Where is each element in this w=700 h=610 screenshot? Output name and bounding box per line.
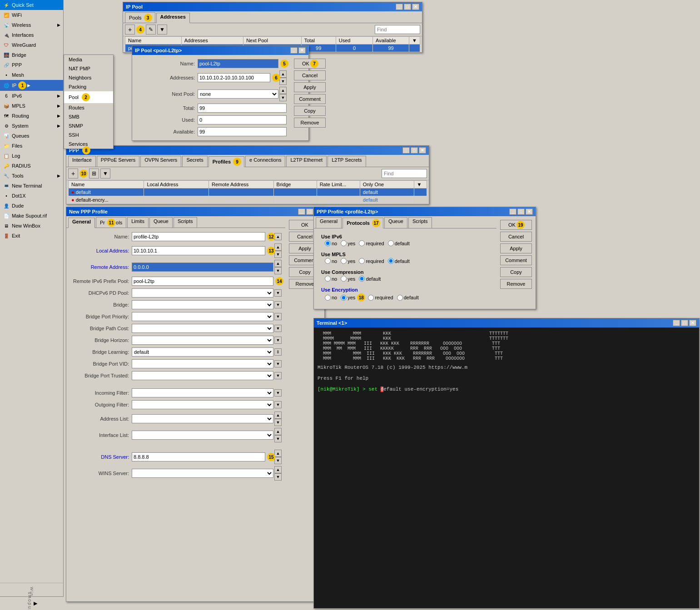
- ppp-profile-tab-general[interactable]: General: [316, 217, 342, 228]
- mpls-no-radio[interactable]: no: [325, 258, 337, 264]
- sidebar-item-quickset[interactable]: ⚡ Quick Set: [0, 0, 63, 10]
- ppp-table-row-default-encry[interactable]: ● default-encry... default: [69, 196, 427, 204]
- name-scroll[interactable]: ▲: [274, 233, 282, 240]
- wins-down[interactable]: ▼: [274, 473, 282, 481]
- sidebar-item-queues[interactable]: 📊 Queues: [0, 131, 63, 141]
- apply-button[interactable]: Apply: [294, 82, 326, 92]
- sidebar-item-makesupout[interactable]: 📄 Make Supout.rif: [0, 211, 63, 221]
- ppp-profile-minimize[interactable]: _: [509, 208, 516, 215]
- iflist-up[interactable]: ▲: [274, 428, 282, 435]
- sidebar-item-mpls[interactable]: 📦 MPLS ▶: [0, 101, 63, 111]
- sidebar-item-system[interactable]: ⚙ System ▶: [0, 121, 63, 131]
- ppp-table-row-default[interactable]: ● default default: [69, 188, 427, 196]
- nextpool-up[interactable]: ▲: [279, 87, 287, 94]
- addr-down[interactable]: ▼: [279, 78, 287, 85]
- ppp-profile-close[interactable]: ✕: [526, 208, 533, 215]
- sidebar-item-interfaces[interactable]: 🔌 Interfaces: [0, 30, 63, 40]
- addr-up[interactable]: ▲: [279, 70, 287, 78]
- ip-pool-close[interactable]: ✕: [412, 4, 419, 10]
- tab-profiles[interactable]: Profiles 9: [209, 156, 244, 167]
- bpp-select[interactable]: [132, 312, 273, 321]
- submenu-snmp[interactable]: SNMP: [64, 121, 113, 130]
- edit-btn[interactable]: ✎: [146, 25, 156, 35]
- ppp-minimize[interactable]: _: [402, 147, 410, 154]
- bpc-arrow[interactable]: ▼: [274, 325, 282, 332]
- ppp-profile-comment-button[interactable]: Comment: [500, 255, 532, 265]
- ip-pool-maximize[interactable]: □: [404, 4, 411, 10]
- name-input[interactable]: [198, 59, 278, 68]
- nextpool-down[interactable]: ▼: [279, 94, 287, 101]
- ppp-profile-apply-button[interactable]: Apply: [500, 243, 532, 253]
- ipv6-no-radio[interactable]: no: [325, 240, 337, 246]
- submenu-packing[interactable]: Packing: [64, 82, 113, 91]
- dhcpv6-arrow[interactable]: ▼: [274, 289, 282, 297]
- tab-interface[interactable]: Interface: [68, 156, 96, 167]
- infilter-select[interactable]: [132, 388, 273, 397]
- new-ppp-tab-general[interactable]: General: [68, 218, 95, 228]
- add-btn[interactable]: +: [125, 25, 135, 35]
- new-ppp-tab-limits[interactable]: Limits: [127, 217, 149, 228]
- tab-l2tp-secrets[interactable]: L2TP Secrets: [328, 156, 366, 167]
- enc-default-radio[interactable]: default: [397, 295, 419, 301]
- comp-no-radio[interactable]: no: [325, 276, 337, 282]
- submenu-routes[interactable]: Routes: [64, 103, 113, 112]
- ppp-copy-btn[interactable]: ⊞: [89, 169, 99, 179]
- mpls-yes-radio[interactable]: yes: [341, 258, 355, 264]
- terminal-maximize[interactable]: □: [681, 320, 688, 326]
- new-ppp-tab-queue[interactable]: Queue: [149, 217, 173, 228]
- terminal-close[interactable]: ✕: [689, 320, 696, 326]
- enc-no-radio[interactable]: no: [325, 295, 337, 301]
- addresses-input[interactable]: [198, 73, 270, 82]
- new-ppp-tab-scripts[interactable]: Scripts: [174, 217, 197, 228]
- comp-yes-radio[interactable]: yes: [341, 276, 355, 282]
- tab-secrets[interactable]: Secrets: [182, 156, 207, 167]
- bpp-arrow[interactable]: ▼: [274, 313, 282, 320]
- mpls-default-radio[interactable]: default: [388, 258, 410, 264]
- submenu-natpmp[interactable]: NAT PMP: [64, 64, 113, 73]
- local-up[interactable]: ▲: [274, 243, 282, 251]
- addrlist-down[interactable]: ▼: [274, 419, 282, 426]
- remote-down[interactable]: ▼: [274, 267, 282, 274]
- remove-button[interactable]: Remove: [294, 118, 326, 128]
- iflist-down[interactable]: ▼: [274, 435, 282, 442]
- dhcpv6-select[interactable]: [132, 288, 273, 298]
- sidebar-item-bridge[interactable]: 🌉 Bridge: [0, 50, 63, 60]
- bridge-select[interactable]: [132, 300, 273, 309]
- outfilter-select[interactable]: [132, 400, 273, 409]
- submenu-pool[interactable]: Pool 2: [64, 91, 113, 103]
- outfilter-arrow[interactable]: ▼: [274, 401, 282, 408]
- tab-pools[interactable]: Pools 3: [125, 12, 155, 23]
- sidebar-item-tools[interactable]: 🔧 Tools ▶: [0, 171, 63, 181]
- sidebar-item-dude[interactable]: 👤 Dude: [0, 201, 63, 211]
- ppp-profile-tab-protocols[interactable]: Protocols 17: [343, 218, 383, 228]
- tab-pppoe-servers[interactable]: PPPoE Servers: [97, 156, 139, 167]
- filter-btn[interactable]: ▼: [157, 25, 167, 35]
- bpc-select[interactable]: [132, 324, 273, 333]
- sidebar-item-exit[interactable]: 🚪 Exit: [0, 231, 63, 241]
- sidebar-item-ip[interactable]: 🌐 IP 1 ▶: [0, 80, 63, 91]
- ppp-filter-btn[interactable]: ▼: [100, 169, 110, 179]
- bh-arrow[interactable]: ▼: [274, 337, 282, 344]
- submenu-media[interactable]: Media: [64, 55, 113, 64]
- col-dropdown[interactable]: ▼: [409, 37, 420, 45]
- ppp-maximize[interactable]: □: [411, 147, 418, 154]
- addrlist-up[interactable]: ▲: [274, 412, 282, 419]
- sidebar-item-wifi[interactable]: 📶 WiFi: [0, 10, 63, 20]
- tab-ovpn-servers[interactable]: OVPN Servers: [140, 156, 181, 167]
- ipv6pool-input[interactable]: [132, 277, 273, 286]
- sidebar-item-newterminal[interactable]: 💻 New Terminal: [0, 181, 63, 191]
- ip-pool-minimize[interactable]: _: [396, 4, 403, 10]
- bl-select[interactable]: default: [132, 347, 273, 357]
- sidebar-item-routing[interactable]: 🗺 Routing ▶: [0, 111, 63, 121]
- addrlist-select[interactable]: [132, 414, 273, 423]
- find-input[interactable]: [375, 25, 420, 34]
- infilter-arrow[interactable]: ▼: [274, 389, 282, 397]
- mpls-required-radio[interactable]: required: [359, 258, 384, 264]
- ppp-add-btn[interactable]: +: [68, 169, 78, 179]
- ip-pool-edit-minimize[interactable]: _: [290, 47, 298, 54]
- ok-button[interactable]: OK 7: [294, 59, 326, 69]
- enc-required-radio[interactable]: required: [368, 295, 393, 301]
- ipv6-default-radio[interactable]: default: [388, 240, 410, 246]
- submenu-ssh[interactable]: SSH: [64, 130, 113, 139]
- sidebar-item-radius[interactable]: 🔑 RADIUS: [0, 161, 63, 171]
